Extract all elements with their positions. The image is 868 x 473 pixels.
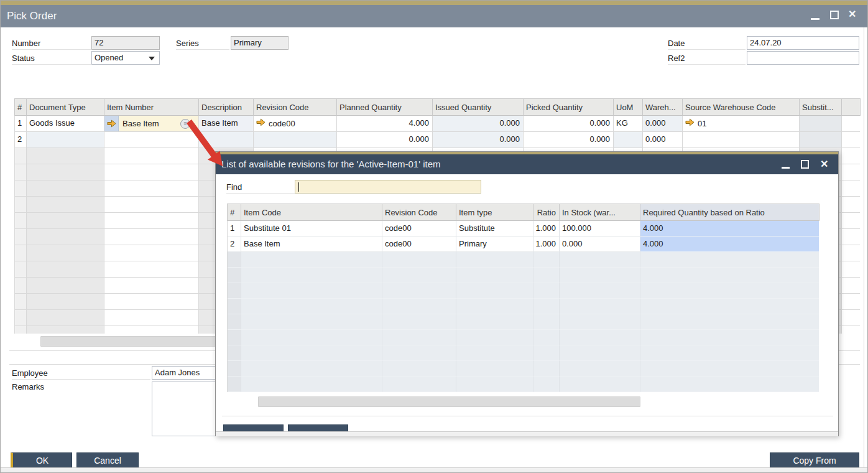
date-field[interactable]: 24.07.20 xyxy=(747,36,859,50)
column-header[interactable]: Revision Code xyxy=(382,204,456,221)
in-stock-cell[interactable]: 100.000 xyxy=(560,221,640,236)
column-header[interactable]: Item Code xyxy=(241,204,382,221)
empty-cell xyxy=(15,261,27,278)
column-header[interactable]: Ratio xyxy=(533,204,560,221)
empty-cell xyxy=(15,197,27,213)
column-header[interactable]: Required Quantity based on Ratio xyxy=(640,204,820,221)
row-number-cell[interactable]: 2 xyxy=(15,132,27,148)
item-code-cell[interactable]: Substitute 01 xyxy=(241,221,382,236)
planned-qty-cell[interactable]: 4.000 xyxy=(337,116,433,132)
empty-cell xyxy=(104,245,199,261)
document-type-cell[interactable]: Goods Issue xyxy=(27,116,104,132)
empty-cell xyxy=(560,283,640,299)
revision-code-cell[interactable]: code00 xyxy=(382,221,456,236)
close-icon[interactable]: ✕ xyxy=(820,159,828,169)
close-icon[interactable]: ✕ xyxy=(848,9,856,19)
document-type-cell[interactable] xyxy=(27,132,104,148)
find-input[interactable] xyxy=(295,180,481,194)
column-header[interactable]: Source Warehouse Code xyxy=(683,98,800,116)
planned-qty-cell[interactable]: 0.000 xyxy=(337,132,433,148)
item-code-cell[interactable]: Base Item xyxy=(241,236,382,252)
table-row: 2 0.000 0.000 0.000 0.000 xyxy=(15,132,860,148)
maximize-icon[interactable] xyxy=(801,160,809,169)
warehouse-cell[interactable]: 0.000 xyxy=(643,116,683,132)
column-header[interactable]: Wareh... xyxy=(643,98,683,116)
filler-cell xyxy=(842,116,860,132)
dialog-table-header: # Item Code Revision Code Item type Rati… xyxy=(227,204,819,221)
link-arrow-icon[interactable] xyxy=(685,116,695,131)
required-qty-cell[interactable]: 4.000 xyxy=(640,221,819,236)
empty-cell xyxy=(533,361,560,377)
column-header[interactable]: # xyxy=(15,98,27,116)
empty-cell xyxy=(241,361,382,377)
status-dropdown[interactable]: Opened xyxy=(91,51,160,65)
issued-qty-cell[interactable]: 0.000 xyxy=(433,116,524,132)
link-arrow-icon[interactable] xyxy=(104,116,119,131)
empty-cell xyxy=(560,268,640,283)
warehouse-cell[interactable]: 0.000 xyxy=(643,132,683,148)
ok-button[interactable]: OK xyxy=(11,452,72,469)
number-field: 72 xyxy=(91,36,160,50)
item-type-cell[interactable]: Substitute xyxy=(456,221,533,236)
minimize-icon[interactable] xyxy=(782,167,790,169)
ratio-cell[interactable]: 1.000 xyxy=(533,221,560,236)
empty-cell xyxy=(382,268,456,283)
required-qty-cell[interactable]: 4.000 xyxy=(640,236,819,252)
column-header[interactable]: Issued Quantity xyxy=(433,98,524,116)
column-header[interactable]: # xyxy=(228,204,241,221)
column-header[interactable]: UoM xyxy=(614,98,643,116)
chevron-down-icon[interactable] xyxy=(149,57,155,60)
column-header[interactable]: Document Type xyxy=(27,98,104,116)
in-stock-cell[interactable]: 0.000 xyxy=(560,236,640,252)
row-number-cell[interactable]: 2 xyxy=(228,236,241,252)
row-number-cell[interactable]: 1 xyxy=(228,221,241,236)
column-header[interactable]: Revision Code xyxy=(254,98,337,116)
empty-cell xyxy=(228,268,241,283)
picked-qty-cell[interactable]: 0.000 xyxy=(524,116,614,132)
window-right-edge xyxy=(864,27,864,467)
maximize-icon[interactable] xyxy=(830,11,839,19)
column-header[interactable]: Planned Quantity xyxy=(337,98,433,116)
empty-cell xyxy=(104,213,199,229)
issued-qty-cell[interactable]: 0.000 xyxy=(433,132,524,148)
column-header[interactable]: Picked Quantity xyxy=(524,98,614,116)
empty-cell xyxy=(15,294,27,310)
uom-cell[interactable] xyxy=(614,132,643,148)
row-number-cell[interactable]: 1 xyxy=(15,116,27,132)
minimize-icon[interactable] xyxy=(811,18,820,20)
empty-cell xyxy=(456,377,533,392)
cancel-button[interactable]: Cancel xyxy=(76,452,139,469)
column-header[interactable]: Description xyxy=(199,98,254,116)
revision-code-cell[interactable]: code00 xyxy=(382,236,456,252)
ratio-cell[interactable]: 1.000 xyxy=(533,236,560,252)
ref2-label: Ref2 xyxy=(668,52,746,65)
dialog-titlebar[interactable]: List of available revisions for the 'Act… xyxy=(216,154,838,174)
status-value: Opened xyxy=(95,53,123,62)
picked-qty-cell[interactable]: 0.000 xyxy=(524,132,614,148)
ref2-field[interactable] xyxy=(747,51,859,65)
uom-cell[interactable]: KG xyxy=(614,116,643,132)
column-header[interactable]: Substit... xyxy=(800,98,842,116)
empty-cell xyxy=(842,294,860,310)
copy-from-button[interactable]: Copy From xyxy=(770,452,859,469)
item-type-cell[interactable]: Primary xyxy=(456,236,533,252)
column-header[interactable]: In Stock (war... xyxy=(560,204,640,221)
window-titlebar[interactable]: Pick Order xyxy=(1,5,868,27)
link-arrow-icon[interactable] xyxy=(256,116,265,131)
empty-cell xyxy=(241,268,382,283)
column-header[interactable]: Item type xyxy=(456,204,533,221)
source-warehouse-cell[interactable]: 01 xyxy=(683,116,800,132)
substitute-cell[interactable] xyxy=(800,116,842,132)
empty-cell xyxy=(533,299,560,314)
empty-cell xyxy=(456,299,533,314)
substitute-cell[interactable] xyxy=(800,132,842,148)
revision-code-cell[interactable]: code00 xyxy=(254,116,337,132)
source-warehouse-cell[interactable] xyxy=(683,132,800,148)
revision-code-cell[interactable] xyxy=(254,132,337,148)
empty-cell xyxy=(382,361,456,377)
filler-cell xyxy=(842,132,860,148)
empty-cell xyxy=(27,261,104,278)
column-header[interactable]: Item Number xyxy=(104,98,199,116)
horizontal-scrollbar[interactable] xyxy=(258,396,640,407)
table-row xyxy=(228,377,819,392)
